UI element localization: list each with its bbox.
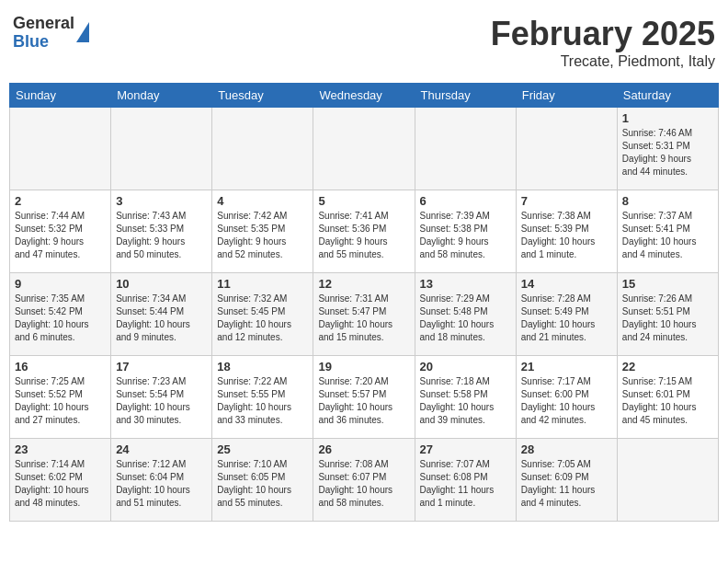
day-number: 22 [622, 360, 713, 373]
week-row-4: 16Sunrise: 7:25 AM Sunset: 5:52 PM Dayli… [10, 356, 719, 439]
logo: General Blue [13, 15, 89, 52]
day-number: 14 [521, 277, 612, 291]
day-info: Sunrise: 7:07 AM Sunset: 6:08 PM Dayligh… [420, 458, 511, 510]
weekday-header-friday: Friday [516, 84, 617, 108]
week-row-3: 9Sunrise: 7:35 AM Sunset: 5:42 PM Daylig… [10, 273, 719, 356]
calendar-cell [617, 439, 718, 522]
day-number: 18 [217, 360, 308, 373]
page-header: General Blue February 2025 Trecate, Pied… [9, 9, 719, 75]
week-row-5: 23Sunrise: 7:14 AM Sunset: 6:02 PM Dayli… [10, 439, 719, 522]
calendar-cell: 24Sunrise: 7:12 AM Sunset: 6:04 PM Dayli… [111, 439, 212, 522]
day-info: Sunrise: 7:35 AM Sunset: 5:42 PM Dayligh… [15, 293, 106, 344]
calendar-cell: 6Sunrise: 7:39 AM Sunset: 5:38 PM Daylig… [415, 190, 516, 273]
calendar-cell: 27Sunrise: 7:07 AM Sunset: 6:08 PM Dayli… [415, 439, 516, 522]
calendar-cell: 18Sunrise: 7:22 AM Sunset: 5:55 PM Dayli… [212, 356, 313, 439]
month-title: February 2025 [491, 15, 715, 53]
day-number: 4 [217, 194, 308, 208]
weekday-header-thursday: Thursday [415, 84, 516, 108]
calendar-cell: 17Sunrise: 7:23 AM Sunset: 5:54 PM Dayli… [111, 356, 212, 439]
day-number: 21 [521, 360, 612, 373]
day-info: Sunrise: 7:23 AM Sunset: 5:54 PM Dayligh… [116, 375, 207, 427]
day-info: Sunrise: 7:08 AM Sunset: 6:07 PM Dayligh… [318, 458, 409, 510]
day-number: 27 [420, 442, 511, 456]
day-info: Sunrise: 7:18 AM Sunset: 5:58 PM Dayligh… [420, 375, 511, 427]
calendar-table: SundayMondayTuesdayWednesdayThursdayFrid… [9, 83, 719, 522]
day-number: 19 [318, 360, 409, 373]
day-info: Sunrise: 7:12 AM Sunset: 6:04 PM Dayligh… [116, 458, 207, 510]
calendar-cell: 23Sunrise: 7:14 AM Sunset: 6:02 PM Dayli… [10, 439, 111, 522]
day-number: 23 [15, 442, 106, 456]
day-info: Sunrise: 7:10 AM Sunset: 6:05 PM Dayligh… [217, 458, 308, 510]
day-info: Sunrise: 7:15 AM Sunset: 6:01 PM Dayligh… [622, 375, 713, 427]
day-number: 5 [318, 194, 409, 208]
day-number: 7 [521, 194, 612, 208]
weekday-header-sunday: Sunday [10, 84, 111, 108]
day-info: Sunrise: 7:44 AM Sunset: 5:32 PM Dayligh… [15, 210, 106, 261]
calendar-cell: 26Sunrise: 7:08 AM Sunset: 6:07 PM Dayli… [313, 439, 415, 522]
day-number: 6 [420, 194, 511, 208]
day-info: Sunrise: 7:41 AM Sunset: 5:36 PM Dayligh… [318, 210, 409, 261]
day-info: Sunrise: 7:43 AM Sunset: 5:33 PM Dayligh… [116, 210, 207, 261]
logo-general: General [13, 15, 74, 33]
day-info: Sunrise: 7:39 AM Sunset: 5:38 PM Dayligh… [420, 210, 511, 261]
day-number: 8 [622, 194, 713, 208]
day-info: Sunrise: 7:37 AM Sunset: 5:41 PM Dayligh… [622, 210, 713, 261]
day-info: Sunrise: 7:34 AM Sunset: 5:44 PM Dayligh… [116, 293, 207, 344]
calendar-cell: 11Sunrise: 7:32 AM Sunset: 5:45 PM Dayli… [212, 273, 313, 356]
location-title: Trecate, Piedmont, Italy [491, 53, 715, 70]
day-info: Sunrise: 7:28 AM Sunset: 5:49 PM Dayligh… [521, 293, 612, 344]
weekday-header-row: SundayMondayTuesdayWednesdayThursdayFrid… [10, 84, 719, 108]
day-info: Sunrise: 7:22 AM Sunset: 5:55 PM Dayligh… [217, 375, 308, 427]
calendar-cell: 5Sunrise: 7:41 AM Sunset: 5:36 PM Daylig… [313, 190, 415, 273]
calendar-cell: 19Sunrise: 7:20 AM Sunset: 5:57 PM Dayli… [313, 356, 415, 439]
calendar-cell: 7Sunrise: 7:38 AM Sunset: 5:39 PM Daylig… [516, 190, 617, 273]
week-row-1: 1Sunrise: 7:46 AM Sunset: 5:31 PM Daylig… [10, 108, 719, 190]
calendar-cell: 16Sunrise: 7:25 AM Sunset: 5:52 PM Dayli… [10, 356, 111, 439]
day-number: 10 [116, 277, 207, 291]
day-info: Sunrise: 7:38 AM Sunset: 5:39 PM Dayligh… [521, 210, 612, 261]
weekday-header-saturday: Saturday [617, 84, 718, 108]
calendar-cell [516, 108, 617, 190]
day-info: Sunrise: 7:25 AM Sunset: 5:52 PM Dayligh… [15, 375, 106, 427]
calendar-cell: 9Sunrise: 7:35 AM Sunset: 5:42 PM Daylig… [10, 273, 111, 356]
calendar-cell: 10Sunrise: 7:34 AM Sunset: 5:44 PM Dayli… [111, 273, 212, 356]
weekday-header-wednesday: Wednesday [313, 84, 415, 108]
calendar-cell: 8Sunrise: 7:37 AM Sunset: 5:41 PM Daylig… [617, 190, 718, 273]
day-number: 2 [15, 194, 106, 208]
calendar-cell: 22Sunrise: 7:15 AM Sunset: 6:01 PM Dayli… [617, 356, 718, 439]
calendar-cell: 21Sunrise: 7:17 AM Sunset: 6:00 PM Dayli… [516, 356, 617, 439]
weekday-header-tuesday: Tuesday [212, 84, 313, 108]
calendar-cell: 3Sunrise: 7:43 AM Sunset: 5:33 PM Daylig… [111, 190, 212, 273]
day-number: 3 [116, 194, 207, 208]
day-number: 20 [420, 360, 511, 373]
calendar-cell: 28Sunrise: 7:05 AM Sunset: 6:09 PM Dayli… [516, 439, 617, 522]
calendar-cell [111, 108, 212, 190]
calendar-cell [212, 108, 313, 190]
day-number: 16 [15, 360, 106, 373]
day-info: Sunrise: 7:42 AM Sunset: 5:35 PM Dayligh… [217, 210, 308, 261]
day-info: Sunrise: 7:46 AM Sunset: 5:31 PM Dayligh… [622, 127, 713, 178]
day-info: Sunrise: 7:31 AM Sunset: 5:47 PM Dayligh… [318, 293, 409, 344]
day-number: 25 [217, 442, 308, 456]
calendar-cell: 4Sunrise: 7:42 AM Sunset: 5:35 PM Daylig… [212, 190, 313, 273]
calendar-cell: 13Sunrise: 7:29 AM Sunset: 5:48 PM Dayli… [415, 273, 516, 356]
calendar-cell: 1Sunrise: 7:46 AM Sunset: 5:31 PM Daylig… [617, 108, 718, 190]
calendar-cell: 25Sunrise: 7:10 AM Sunset: 6:05 PM Dayli… [212, 439, 313, 522]
day-number: 9 [15, 277, 106, 291]
day-number: 1 [622, 111, 713, 125]
calendar-cell [313, 108, 415, 190]
title-block: February 2025 Trecate, Piedmont, Italy [491, 15, 715, 70]
day-number: 17 [116, 360, 207, 373]
day-info: Sunrise: 7:29 AM Sunset: 5:48 PM Dayligh… [420, 293, 511, 344]
day-info: Sunrise: 7:32 AM Sunset: 5:45 PM Dayligh… [217, 293, 308, 344]
calendar-cell [415, 108, 516, 190]
day-number: 24 [116, 442, 207, 456]
calendar-cell: 2Sunrise: 7:44 AM Sunset: 5:32 PM Daylig… [10, 190, 111, 273]
calendar-cell: 20Sunrise: 7:18 AM Sunset: 5:58 PM Dayli… [415, 356, 516, 439]
calendar-cell [10, 108, 111, 190]
day-info: Sunrise: 7:26 AM Sunset: 5:51 PM Dayligh… [622, 293, 713, 344]
logo-text: General Blue [13, 15, 74, 52]
week-row-2: 2Sunrise: 7:44 AM Sunset: 5:32 PM Daylig… [10, 190, 719, 273]
day-info: Sunrise: 7:20 AM Sunset: 5:57 PM Dayligh… [318, 375, 409, 427]
logo-blue: Blue [13, 33, 74, 52]
